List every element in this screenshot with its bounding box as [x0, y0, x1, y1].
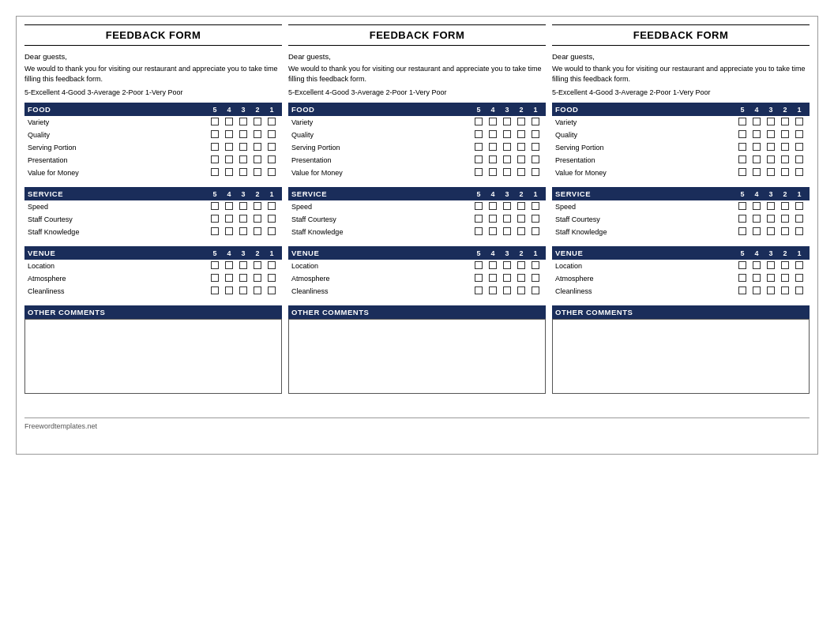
checkbox[interactable]	[749, 227, 764, 237]
checkbox[interactable]	[222, 227, 236, 237]
checkbox[interactable]	[471, 155, 486, 165]
checkbox[interactable]	[265, 227, 279, 237]
checkbox[interactable]	[222, 274, 236, 283]
checkbox[interactable]	[735, 227, 749, 237]
checkbox[interactable]	[222, 155, 236, 165]
checkbox[interactable]	[764, 274, 778, 283]
checkbox[interactable]	[486, 143, 500, 152]
checkbox[interactable]	[792, 261, 806, 271]
checkbox[interactable]	[500, 202, 514, 212]
checkbox[interactable]	[236, 286, 250, 296]
checkbox[interactable]	[778, 155, 792, 165]
checkbox[interactable]	[208, 168, 222, 178]
checkbox[interactable]	[250, 130, 265, 140]
checkbox[interactable]	[486, 118, 500, 127]
checkbox[interactable]	[764, 202, 778, 212]
checkbox[interactable]	[764, 286, 778, 296]
checkbox[interactable]	[735, 261, 749, 271]
checkbox[interactable]	[764, 261, 778, 271]
checkbox[interactable]	[764, 227, 778, 237]
checkbox[interactable]	[236, 130, 250, 140]
checkbox[interactable]	[222, 168, 236, 178]
checkbox[interactable]	[486, 227, 500, 237]
checkbox[interactable]	[236, 168, 250, 178]
checkbox[interactable]	[500, 143, 514, 152]
checkbox[interactable]	[735, 274, 749, 283]
checkbox[interactable]	[265, 118, 279, 127]
checkbox[interactable]	[528, 261, 543, 271]
checkbox[interactable]	[514, 118, 528, 127]
checkbox[interactable]	[749, 261, 764, 271]
checkbox[interactable]	[471, 261, 486, 271]
checkbox[interactable]	[250, 155, 265, 165]
checkbox[interactable]	[208, 143, 222, 152]
checkbox[interactable]	[500, 155, 514, 165]
checkbox[interactable]	[528, 215, 543, 224]
checkbox[interactable]	[208, 155, 222, 165]
checkbox[interactable]	[236, 261, 250, 271]
checkbox[interactable]	[764, 215, 778, 224]
checkbox[interactable]	[222, 202, 236, 212]
checkbox[interactable]	[528, 274, 543, 283]
checkbox[interactable]	[764, 130, 778, 140]
checkbox[interactable]	[792, 274, 806, 283]
checkbox[interactable]	[764, 118, 778, 127]
checkbox[interactable]	[792, 118, 806, 127]
checkbox[interactable]	[749, 155, 764, 165]
checkbox[interactable]	[514, 286, 528, 296]
checkbox[interactable]	[528, 130, 543, 140]
checkbox[interactable]	[749, 143, 764, 152]
checkbox[interactable]	[778, 143, 792, 152]
checkbox[interactable]	[514, 155, 528, 165]
checkbox[interactable]	[735, 155, 749, 165]
checkbox[interactable]	[486, 274, 500, 283]
checkbox[interactable]	[514, 168, 528, 178]
checkbox[interactable]	[265, 286, 279, 296]
checkbox[interactable]	[471, 227, 486, 237]
checkbox[interactable]	[250, 261, 265, 271]
checkbox[interactable]	[486, 130, 500, 140]
checkbox[interactable]	[222, 261, 236, 271]
checkbox[interactable]	[236, 143, 250, 152]
checkbox[interactable]	[208, 227, 222, 237]
checkbox[interactable]	[222, 118, 236, 127]
checkbox[interactable]	[265, 261, 279, 271]
checkbox[interactable]	[265, 130, 279, 140]
checkbox[interactable]	[471, 143, 486, 152]
checkbox[interactable]	[500, 130, 514, 140]
checkbox[interactable]	[236, 155, 250, 165]
checkbox[interactable]	[528, 168, 543, 178]
checkbox[interactable]	[500, 168, 514, 178]
comments-box-1[interactable]	[24, 319, 282, 394]
checkbox[interactable]	[792, 130, 806, 140]
checkbox[interactable]	[222, 130, 236, 140]
checkbox[interactable]	[208, 261, 222, 271]
checkbox[interactable]	[486, 215, 500, 224]
checkbox[interactable]	[528, 286, 543, 296]
checkbox[interactable]	[486, 286, 500, 296]
checkbox[interactable]	[471, 286, 486, 296]
checkbox[interactable]	[236, 274, 250, 283]
checkbox[interactable]	[486, 155, 500, 165]
checkbox[interactable]	[749, 202, 764, 212]
checkbox[interactable]	[528, 118, 543, 127]
checkbox[interactable]	[735, 215, 749, 224]
checkbox[interactable]	[735, 143, 749, 152]
checkbox[interactable]	[208, 215, 222, 224]
checkbox[interactable]	[792, 286, 806, 296]
checkbox[interactable]	[250, 274, 265, 283]
checkbox[interactable]	[735, 202, 749, 212]
comments-box-3[interactable]	[552, 319, 810, 394]
checkbox[interactable]	[222, 143, 236, 152]
checkbox[interactable]	[764, 155, 778, 165]
checkbox[interactable]	[735, 168, 749, 178]
checkbox[interactable]	[778, 261, 792, 271]
checkbox[interactable]	[500, 286, 514, 296]
checkbox[interactable]	[778, 286, 792, 296]
checkbox[interactable]	[208, 274, 222, 283]
checkbox[interactable]	[749, 286, 764, 296]
checkbox[interactable]	[250, 118, 265, 127]
checkbox[interactable]	[250, 202, 265, 212]
checkbox[interactable]	[792, 155, 806, 165]
checkbox[interactable]	[749, 130, 764, 140]
